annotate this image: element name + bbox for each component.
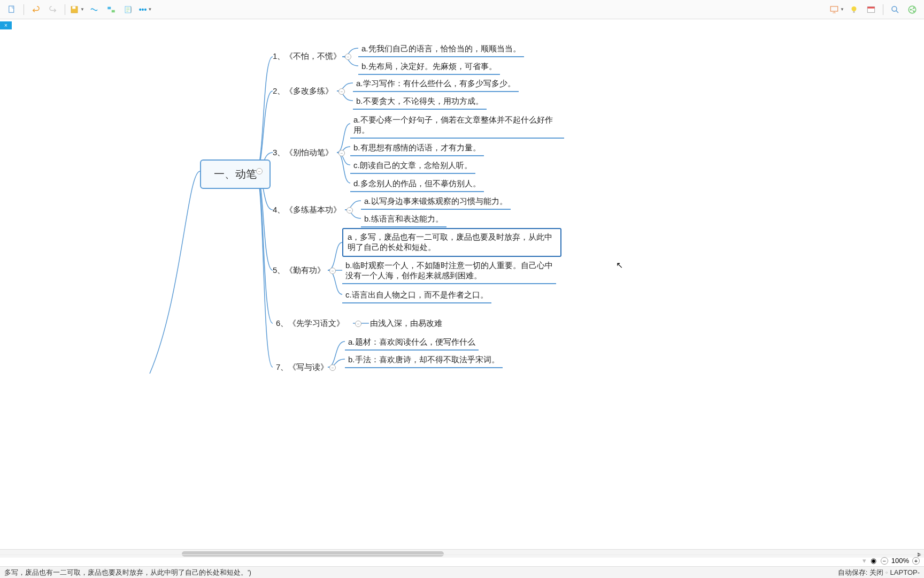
branch-node[interactable]: 7、《写与读》 [276,362,328,372]
svg-rect-6 [830,6,838,11]
branch-node[interactable]: 4、《多练基本功》 [273,205,341,215]
leaf-node[interactable]: c.语言出自人物之口，而不是作者之口。 [342,288,491,303]
leaf-node[interactable]: b.先布局，决定好。先麻烦，可省事。 [358,59,500,75]
host-name: LAPTOP- [890,568,920,576]
branch-node[interactable]: 5、《勤有功》 [273,265,325,276]
mouse-cursor: ↖ [616,260,623,270]
status-bar: 多写，废品也有一二可取，废品也要及时放弃，从此中明了自己的长处和短处。') 自动… [0,566,924,578]
zoom-level[interactable]: 100% [891,557,909,565]
expand-toggle[interactable]: − [345,54,351,60]
new-file-icon[interactable] [4,2,19,17]
autosave-status: 自动保存: 关闭 [838,568,883,577]
document-tab[interactable]: × [0,21,12,29]
svg-rect-3 [107,6,111,9]
relationship-icon[interactable] [87,2,102,17]
toolbar: ▼ •••▼ ▼ [0,0,924,19]
summary-icon[interactable] [121,2,136,17]
leaf-node[interactable]: 由浅入深，由易改难 [370,318,442,329]
undo-icon[interactable] [28,2,43,17]
zoom-in-icon[interactable]: + [912,557,920,565]
leaf-node[interactable]: a.题材：喜欢阅读什么，便写作什么 [345,335,479,351]
visibility-icon[interactable]: ◉ [871,557,876,565]
separator [883,4,883,15]
leaf-node[interactable]: a.以写身边事来锻炼观察的习惯与能力。 [361,194,511,210]
expand-toggle[interactable]: − [355,321,361,327]
close-tab-icon[interactable]: × [4,22,7,28]
status-text: 多写，废品也有一二可取，废品也要及时放弃，从此中明了自己的长处和短处。') [4,568,251,577]
more-icon[interactable]: •••▼ [138,2,153,17]
expand-toggle[interactable]: − [338,88,345,95]
branch-node[interactable]: 6、《先学习语文》 [276,318,344,329]
branch-node[interactable]: 3、《别怕动笔》 [273,148,333,158]
svg-rect-8 [853,11,855,13]
svg-rect-2 [72,6,75,9]
leaf-node[interactable]: a.不要心疼一个好句子，倘若在文章整体并不起什么好作用。 [350,113,564,139]
tab-bar: × [0,19,924,31]
expand-toggle[interactable]: − [329,364,336,371]
leaf-node[interactable]: a.学习写作：有什么些什么，有多少写多少。 [353,77,519,92]
expand-toggle[interactable]: − [346,207,353,214]
branch-node[interactable]: 1、《不怕，不慌》 [273,51,341,62]
svg-rect-0 [9,6,14,12]
zoom-out-icon[interactable]: − [881,557,888,565]
expand-toggle[interactable]: − [329,268,336,274]
theme-icon[interactable] [864,2,879,17]
svg-point-11 [892,6,897,11]
leaf-node[interactable]: d.多念别人的作品，但不摹仿别人。 [350,177,484,192]
save-icon[interactable]: ▼ [70,2,84,17]
leaf-node[interactable]: b.手法：喜欢唐诗，却不得不取法乎宋词。 [345,353,503,368]
leaf-node-selected[interactable]: a，多写，废品也有一二可取，废品也要及时放弃，从此中明了自己的长处和短处。 [342,228,561,257]
leaf-node[interactable]: b.临时观察一个人，不如随时注意一切的人重要。自己心中没有一个人海，创作起来就感… [342,258,556,284]
search-icon[interactable] [888,2,903,17]
branch-node[interactable]: 2、《多改多练》 [273,86,333,96]
svg-point-12 [908,6,916,13]
chevron-down-icon[interactable]: ▼ [148,7,152,12]
leaf-node[interactable]: b.有思想有感情的话语，才有力量。 [350,141,484,156]
status-dot: ◦ [886,568,888,576]
idea-icon[interactable] [846,2,861,17]
redo-icon[interactable] [45,2,60,17]
filter-icon[interactable]: ▾ [863,557,866,565]
chevron-down-icon[interactable]: ▼ [840,7,844,12]
expand-toggle[interactable]: − [338,150,345,156]
leaf-node[interactable]: c.朗读自己的文章，念给别人听。 [350,158,475,174]
share-icon[interactable] [905,2,920,17]
separator [24,4,24,15]
mindmap-canvas[interactable]: 一、动笔 − 1、《不怕，不慌》 − a.凭我们自己的语言，恰恰当的，顺顺当当。… [0,31,924,549]
chevron-down-icon[interactable]: ▼ [80,7,84,12]
separator [65,4,65,15]
leaf-node[interactable]: a.凭我们自己的语言，恰恰当的，顺顺当当。 [358,42,524,57]
leaf-node[interactable]: b.练语言和表达能力。 [361,212,446,227]
boundary-icon[interactable] [104,2,119,17]
svg-rect-4 [112,10,115,12]
svg-rect-10 [867,6,875,8]
present-icon[interactable]: ▼ [829,2,844,17]
info-bar: ▾ ◉ − 100% + [0,554,924,566]
leaf-node[interactable]: b.不要贪大，不论得失，用功方成。 [353,94,487,110]
expand-toggle[interactable]: − [256,168,263,174]
svg-point-7 [852,6,857,11]
